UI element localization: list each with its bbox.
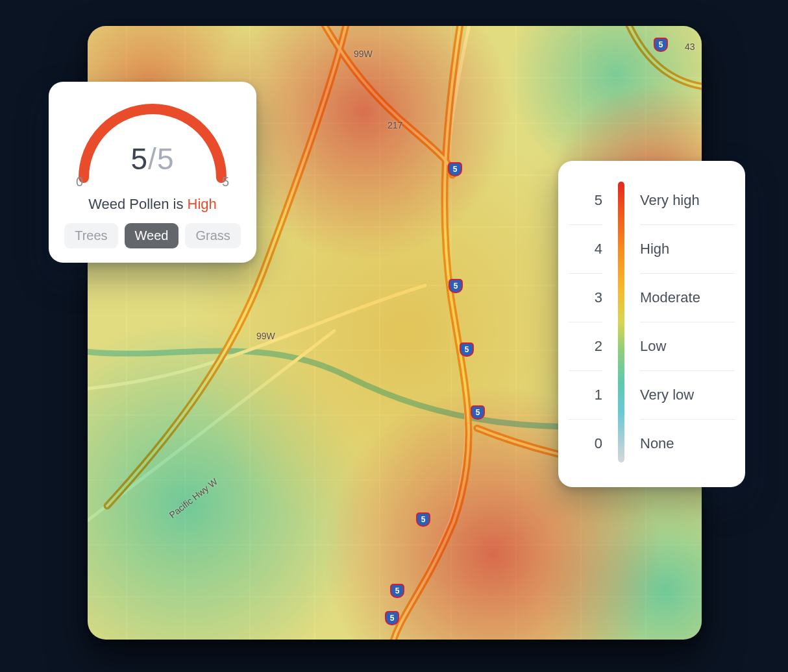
gauge-value-max: 5 (157, 142, 175, 176)
gauge-value-current: 5 (131, 142, 149, 176)
legend-label: High (640, 225, 735, 274)
gauge-value: 5/5 (72, 141, 233, 176)
gauge-tick-min: 0 (76, 174, 83, 189)
road-label: 217 (388, 120, 402, 130)
pollen-gauge-card: 5/5 0 5 Weed Pollen is High TreesWeedGra… (49, 82, 256, 263)
shield-number: 5 (395, 586, 400, 595)
legend-value: 2 (569, 322, 602, 371)
legend-label: Low (640, 322, 735, 371)
legend-value: 0 (569, 420, 602, 468)
road-label: 99W (354, 49, 373, 59)
pollen-status: Weed Pollen is High (64, 196, 241, 213)
tab-trees[interactable]: Trees (64, 223, 117, 248)
interstate-shield-icon: 5 (471, 405, 485, 420)
shield-number: 5 (454, 282, 458, 291)
shield-number: 5 (453, 165, 458, 174)
gradient-bar-icon (618, 182, 624, 462)
pollen-status-level: High (188, 196, 217, 212)
legend-grid: 5Very high4High3Moderate2Low1Very low0No… (569, 176, 735, 468)
legend-gradient-bar (617, 176, 626, 468)
legend-value: 5 (569, 176, 602, 225)
legend-label: None (640, 420, 735, 468)
interstate-shield-icon: 5 (390, 584, 404, 598)
gauge: 5/5 0 5 (72, 99, 233, 189)
shield-number: 5 (659, 40, 663, 49)
tab-grass[interactable]: Grass (185, 223, 240, 248)
legend-value: 3 (569, 274, 602, 322)
legend-label: Moderate (640, 274, 735, 322)
road-label: 99W (256, 331, 275, 341)
legend-label: Very low (640, 371, 735, 420)
stage: War Veterans MemPacific Hwy W99W20521799… (0, 0, 788, 672)
heatmap-legend-card: 5Very high4High3Moderate2Low1Very low0No… (558, 161, 745, 487)
interstate-shield-icon: 5 (449, 279, 463, 293)
pollen-type-tabs: TreesWeedGrass (64, 223, 241, 248)
interstate-shield-icon: 5 (416, 512, 430, 527)
road-label: 43 (685, 42, 695, 52)
interstate-shield-icon: 5 (385, 611, 399, 625)
legend-value: 1 (569, 371, 602, 420)
interstate-shield-icon: 5 (448, 162, 462, 176)
legend-label: Very high (640, 176, 735, 225)
shield-number: 5 (390, 614, 395, 623)
tab-weed[interactable]: Weed (125, 223, 179, 248)
shield-number: 5 (476, 408, 480, 417)
gauge-ticks: 0 5 (76, 174, 229, 189)
gauge-tick-max: 5 (222, 174, 229, 189)
pollen-status-prefix: Weed Pollen is (88, 196, 187, 212)
interstate-shield-icon: 5 (654, 38, 668, 52)
legend-value: 4 (569, 225, 602, 274)
shield-number: 5 (465, 345, 469, 354)
interstate-shield-icon: 5 (460, 342, 474, 357)
shield-number: 5 (421, 515, 426, 524)
